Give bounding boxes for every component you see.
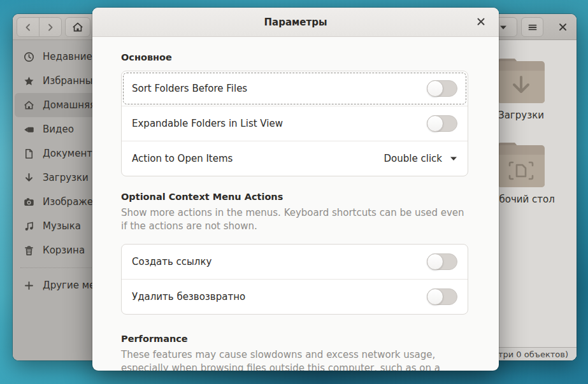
clock-icon [24, 52, 34, 62]
create-link-toggle[interactable] [427, 253, 457, 270]
sidebar-item-label: Видео [43, 124, 74, 135]
dialog-headerbar: Параметры [92, 8, 499, 37]
history-nav-group [17, 17, 62, 37]
sort-folders-toggle[interactable] [427, 80, 457, 97]
preferences-dialog: Параметры Основное Sort Folders Before F… [92, 8, 499, 371]
sidebar-item-label: Корзина [43, 245, 85, 256]
pref-row-sort-folders[interactable]: Sort Folders Before Files [122, 71, 468, 106]
sidebar-item-label: Загрузки [43, 172, 89, 183]
sidebar-item-label: Музыка [43, 220, 81, 232]
sidebar-item-label: Документы [43, 148, 100, 159]
home-button[interactable] [65, 17, 90, 37]
pref-label: Создать ссылку [132, 256, 212, 267]
toggle-knob [427, 115, 443, 132]
section-desc-context-menu: Show more actions in the menus. Keyboard… [121, 206, 468, 232]
home-icon [72, 22, 83, 33]
plus-icon [24, 280, 34, 291]
sidebar-item-label: Недавние [43, 51, 92, 62]
context-menu-group: Создать ссылку Удалить безвозвратно [121, 244, 468, 315]
section-desc-performance: These features may cause slowdowns and e… [121, 348, 468, 371]
expandable-folders-toggle[interactable] [427, 115, 457, 132]
delete-permanently-toggle[interactable] [427, 288, 457, 305]
dialog-close-button[interactable] [472, 13, 490, 31]
chevron-down-icon [450, 156, 457, 161]
pref-row-expandable-folders[interactable]: Expandable Folders in List View [122, 106, 468, 141]
pref-label: Sort Folders Before Files [132, 83, 247, 94]
camera-icon [24, 197, 34, 208]
file-label: Загрузки [498, 110, 544, 121]
close-icon [477, 18, 485, 25]
forward-button[interactable] [39, 18, 61, 36]
chevron-down-icon [499, 25, 507, 30]
pref-row-open-action[interactable]: Action to Open Items Double click [122, 141, 468, 176]
section-title-performance: Performance [121, 334, 468, 344]
close-icon [559, 23, 567, 31]
open-action-dropdown[interactable]: Double click [384, 153, 457, 164]
folder-downloads-icon [496, 57, 547, 105]
download-icon [24, 173, 34, 183]
dropdown-value: Double click [384, 153, 442, 164]
chevron-left-icon [23, 22, 33, 32]
pref-row-create-link[interactable]: Создать ссылку [122, 245, 468, 279]
trash-icon [24, 245, 34, 256]
back-button[interactable] [17, 18, 39, 36]
pref-row-delete-permanently[interactable]: Удалить безвозвратно [122, 279, 468, 314]
general-group: Sort Folders Before Files Expandable Fol… [121, 71, 468, 176]
chevron-right-icon [45, 22, 55, 32]
dialog-body: Основное Sort Folders Before Files Expan… [92, 52, 499, 371]
section-title-context-menu: Optional Context Menu Actions [121, 192, 468, 202]
star-icon [24, 76, 34, 87]
home-icon [24, 100, 34, 111]
window-close-button[interactable] [554, 18, 571, 36]
toggle-knob [427, 80, 443, 97]
document-icon [24, 148, 34, 159]
hamburger-menu-button[interactable] [521, 17, 543, 37]
music-icon [24, 221, 34, 232]
folder-desktop-icon [496, 141, 547, 189]
sidebar-item-label: Избранные [43, 75, 99, 87]
pref-label: Удалить безвозвратно [132, 291, 245, 302]
video-icon [24, 124, 34, 135]
pref-label: Expandable Folders in List View [132, 118, 283, 129]
dialog-title: Параметры [264, 17, 327, 28]
toggle-knob [427, 253, 443, 270]
section-title-general: Основное [121, 52, 468, 62]
pref-label: Action to Open Items [132, 153, 233, 164]
toggle-knob [427, 288, 443, 305]
statusbar-text: утри 0 объектов) [493, 350, 568, 359]
hamburger-icon [527, 22, 538, 32]
